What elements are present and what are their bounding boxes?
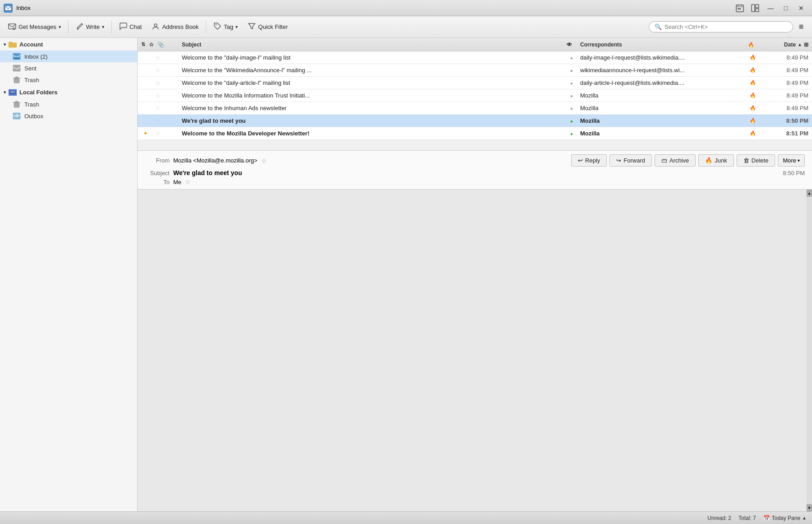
to-value: Me bbox=[173, 179, 181, 185]
star-col-6[interactable]: ☆ bbox=[153, 117, 162, 124]
search-input[interactable] bbox=[664, 23, 787, 30]
svg-rect-26 bbox=[14, 102, 19, 107]
svg-rect-10 bbox=[9, 24, 16, 29]
reply-button[interactable]: ↩ Reply bbox=[571, 154, 607, 167]
header-flame-col: 🔥 bbox=[748, 42, 758, 48]
header-date-col[interactable]: Date ▲ ⊞ bbox=[758, 42, 812, 48]
header-subject-col[interactable]: Subject bbox=[178, 42, 567, 48]
address-book-button[interactable]: Address Book bbox=[147, 19, 203, 35]
junk-button[interactable]: 🔥 Junk bbox=[698, 154, 734, 167]
subject-6: We're glad to meet you bbox=[178, 117, 567, 124]
sent-icon bbox=[13, 65, 21, 72]
trash-local-label: Trash bbox=[24, 101, 39, 108]
today-pane-button[interactable]: 📅 Today Pane ▲ bbox=[763, 515, 807, 521]
message-date: 8:50 PM bbox=[783, 170, 805, 176]
star-col-2[interactable]: ☆ bbox=[153, 67, 162, 74]
email-icons-3: ☆ bbox=[138, 79, 178, 86]
calendar-small-icon: 📅 bbox=[763, 515, 770, 521]
email-row[interactable]: ☆ Welcome to the Mozilla Information Tru… bbox=[138, 89, 812, 102]
minimize-button[interactable]: — bbox=[763, 2, 778, 14]
email-row[interactable]: ☆ Welcome to the "WikimediaAnnounce-l" m… bbox=[138, 64, 812, 77]
star-col-5[interactable]: ☆ bbox=[153, 105, 162, 111]
subject-3: Welcome to the "daily-article-l" mailing… bbox=[178, 79, 567, 86]
message-to-row: To Me ☆ bbox=[145, 178, 805, 185]
subject-7: Welcome to the Mozilla Developer Newslet… bbox=[178, 130, 567, 137]
junk-icon: 🔥 bbox=[705, 157, 712, 164]
header-correspondents-col[interactable]: Correspondents bbox=[577, 42, 748, 48]
calendar-button[interactable] bbox=[733, 2, 747, 14]
toolbar-separator-3 bbox=[206, 21, 206, 33]
subject-4: Welcome to the Mozilla Information Trust… bbox=[178, 92, 567, 99]
quick-filter-button[interactable]: Quick Filter bbox=[243, 19, 292, 35]
account-header[interactable]: ▾ Account bbox=[0, 38, 137, 51]
correspondents-6: Mozilla bbox=[577, 117, 748, 124]
flame-4: 🔥 bbox=[748, 93, 758, 98]
message-header-top: From Mozilla <Mozilla@e.mozilla.org> ☆ ↩… bbox=[145, 154, 805, 167]
svg-rect-21 bbox=[15, 77, 18, 78]
star-col-3[interactable]: ☆ bbox=[153, 79, 162, 86]
local-folders-header[interactable]: ▾ Local Folders bbox=[0, 86, 137, 98]
dot-5: ● bbox=[567, 105, 577, 111]
local-folders-label: Local Folders bbox=[19, 89, 58, 96]
flame-1: 🔥 bbox=[748, 55, 758, 60]
star-col-4[interactable]: ☆ bbox=[153, 92, 162, 99]
sidebar-item-trash-local[interactable]: Trash bbox=[0, 98, 137, 110]
address-book-label: Address Book bbox=[162, 23, 198, 30]
expand-icon[interactable]: ⊞ bbox=[804, 42, 808, 48]
write-button[interactable]: Write ▾ bbox=[71, 19, 109, 35]
outbox-icon bbox=[13, 112, 21, 120]
flame-6: 🔥 bbox=[748, 118, 758, 124]
correspondents-5: Mozilla bbox=[577, 105, 748, 111]
email-row[interactable]: ☆ We're glad to meet you ● Mozilla 🔥 8:5… bbox=[138, 115, 812, 127]
get-messages-button[interactable]: Get Messages ▾ bbox=[4, 19, 65, 35]
email-row[interactable]: ☆ Welcome to the Inhuman Ads newsletter … bbox=[138, 102, 812, 115]
chat-button[interactable]: Chat bbox=[115, 19, 146, 35]
outbox-label: Outbox bbox=[24, 113, 43, 120]
svg-rect-19 bbox=[14, 78, 19, 83]
email-row[interactable]: ☆ Welcome to the "daily-article-l" maili… bbox=[138, 77, 812, 89]
get-messages-label: Get Messages bbox=[18, 23, 56, 30]
reply-icon: ↩ bbox=[578, 157, 583, 164]
delete-button[interactable]: 🗑 Delete bbox=[737, 154, 775, 167]
message-body: ▲ ▼ bbox=[138, 190, 812, 511]
sidebar-item-outbox[interactable]: Outbox bbox=[0, 110, 137, 122]
close-button[interactable]: ✕ bbox=[794, 2, 808, 14]
forward-button[interactable]: ↪ Forward bbox=[609, 154, 652, 167]
sidebar-item-trash-account[interactable]: Trash bbox=[0, 74, 137, 86]
layout-button[interactable] bbox=[748, 2, 762, 14]
sent-label: Sent bbox=[24, 65, 37, 72]
attach-header-icon[interactable]: 📎 bbox=[157, 42, 164, 48]
more-button[interactable]: More ▾ bbox=[778, 154, 805, 167]
from-star-icon[interactable]: ☆ bbox=[261, 157, 267, 164]
hamburger-menu-button[interactable]: ≡ bbox=[794, 20, 808, 34]
email-icons-7: ✦ ☆ bbox=[138, 130, 178, 137]
sidebar-item-inbox[interactable]: Inbox (2) bbox=[0, 51, 137, 62]
svg-rect-9 bbox=[756, 9, 759, 12]
correspondents-1: daily-image-l-request@lists.wikimedia...… bbox=[577, 54, 748, 61]
star-col-1[interactable]: ☆ bbox=[153, 54, 162, 61]
maximize-button[interactable]: □ bbox=[779, 2, 793, 14]
search-icon: 🔍 bbox=[655, 23, 662, 30]
local-folders-chevron-icon: ▾ bbox=[4, 90, 6, 95]
email-content: ⇅ ☆ 📎 Subject 👁 Correspondents 🔥 Date bbox=[138, 38, 812, 511]
archive-button[interactable]: 🗃 Archive bbox=[655, 154, 696, 167]
sidebar-item-sent[interactable]: Sent bbox=[0, 62, 137, 74]
to-star-icon[interactable]: ☆ bbox=[185, 178, 191, 185]
star-header-icon[interactable]: ☆ bbox=[149, 42, 154, 48]
star-col-7[interactable]: ☆ bbox=[153, 130, 162, 137]
get-messages-icon bbox=[8, 22, 16, 32]
flame-3: 🔥 bbox=[748, 80, 758, 86]
email-icons-4: ☆ bbox=[138, 92, 178, 99]
delete-icon: 🗑 bbox=[743, 157, 749, 164]
search-box[interactable]: 🔍 bbox=[649, 21, 793, 32]
date-header-label: Date bbox=[784, 42, 796, 48]
header-icons-col: ⇅ ☆ 📎 bbox=[138, 42, 178, 48]
email-row[interactable]: ☆ Welcome to the "daily-image-l" mailing… bbox=[138, 51, 812, 64]
svg-rect-17 bbox=[14, 57, 19, 59]
tag-button[interactable]: Tag ▾ bbox=[209, 19, 242, 35]
flag-col-7: ✦ bbox=[141, 130, 150, 137]
today-pane-label: Today Pane bbox=[772, 515, 800, 521]
sort-icon[interactable]: ⇅ bbox=[141, 42, 145, 47]
email-row[interactable]: ✦ ☆ Welcome to the Mozilla Developer New… bbox=[138, 127, 812, 140]
archive-label: Archive bbox=[669, 157, 689, 164]
